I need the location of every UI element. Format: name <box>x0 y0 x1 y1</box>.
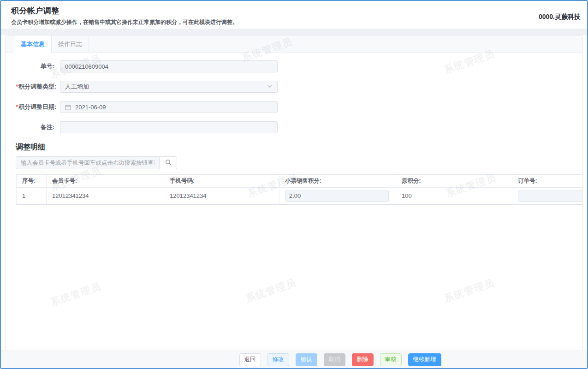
form-area: 单号: 0000210609004 *积分调整类型: 人工增加 *积分调整日期: <box>6 53 582 205</box>
cell-receipt-points <box>279 188 396 204</box>
field-label: 备注: <box>16 123 60 131</box>
detail-table: 序号: 会员卡号: 手机号码: 小票销售积分: 原积分: 订单号: 1 1201… <box>16 174 583 204</box>
field-label-text: 积分调整类型: <box>18 83 56 90</box>
delete-button[interactable]: 删除 <box>352 353 374 366</box>
cell-original-points: 100 <box>396 188 512 204</box>
page-header: 积分帐户调整 会员卡积分增加或减少操作，在销售中或其它操作未正常累加的积分，可在… <box>1 1 587 29</box>
tab-label: 操作日志 <box>58 40 82 48</box>
confirm-button[interactable]: 确认 <box>296 353 317 366</box>
cell-order-no <box>512 188 583 204</box>
table-header-row: 序号: 会员卡号: 手机号码: 小票销售积分: 原积分: 订单号: <box>17 175 583 188</box>
adjust-type-select[interactable]: 人工增加 <box>60 81 278 93</box>
form-row-order-no: 单号: 0000210609004 <box>16 60 582 72</box>
col-header-card-no: 会员卡号: <box>47 175 164 188</box>
continue-add-button[interactable]: 继续新增 <box>408 353 441 366</box>
cancel-button[interactable]: 取消 <box>324 353 345 366</box>
field-label-text: 单号: <box>41 63 54 70</box>
calendar-icon <box>65 104 71 110</box>
table-row: 1 12012341234 12012341234 100 <box>17 188 583 204</box>
required-mark: * <box>16 83 18 90</box>
section-title-adjust-detail: 调整明细 <box>16 143 582 152</box>
app-window: 系统管理员 系统管理员 系统管理员 系统管理员 系统管理员 系统管理员 系统管理… <box>0 0 588 369</box>
field-label: 单号: <box>16 62 60 71</box>
tab-bar: 基本信息 操作日志 <box>6 36 582 53</box>
form-row-adjust-type: *积分调整类型: 人工增加 <box>16 81 582 93</box>
chevron-down-icon <box>267 83 273 90</box>
form-row-adjust-date: *积分调整日期: 2021-06-09 <box>16 101 582 113</box>
page-subtitle: 会员卡积分增加或减少操作，在销售中或其它操作未正常累加的积分，可在此模块进行调整… <box>11 18 581 26</box>
field-label: *积分调整日期: <box>16 103 60 111</box>
member-search-input[interactable] <box>16 156 160 169</box>
back-button[interactable]: 返回 <box>239 353 261 366</box>
search-button[interactable] <box>160 156 177 169</box>
order-no-input: 0000210609004 <box>60 60 278 72</box>
col-header-seq: 序号: <box>17 175 47 188</box>
cell-card-no: 12012341234 <box>47 188 164 204</box>
cell-phone: 12012341234 <box>164 188 279 204</box>
audit-button[interactable]: 审核 <box>380 353 402 366</box>
form-row-remark: 备注: <box>16 121 582 133</box>
col-header-phone: 手机号码: <box>164 175 279 188</box>
tab-basic-info[interactable]: 基本信息 <box>14 36 52 53</box>
order-no-cell-input[interactable] <box>518 190 583 202</box>
page-title: 积分帐户调整 <box>11 6 581 16</box>
order-no-value: 0000210609004 <box>65 63 273 70</box>
tab-label: 基本信息 <box>21 40 45 48</box>
adjust-date-value: 2021-06-09 <box>75 104 273 111</box>
company-name: 0000.灵蕨科技 <box>539 13 581 21</box>
receipt-points-input[interactable] <box>285 190 389 202</box>
col-header-order-no: 订单号: <box>512 175 583 188</box>
adjust-type-value: 人工增加 <box>65 83 267 91</box>
col-header-receipt-points: 小票销售积分: <box>279 175 396 188</box>
header-divider-band <box>1 29 587 35</box>
detail-table-wrap: 序号: 会员卡号: 手机号码: 小票销售积分: 原积分: 订单号: 1 1201… <box>16 174 583 205</box>
member-search-group <box>16 156 177 169</box>
main-card: 基本信息 操作日志 单号: 0000210609004 *积分调整类型: 人工增… <box>5 35 583 351</box>
search-icon <box>165 159 172 167</box>
modify-button[interactable]: 修改 <box>267 353 289 366</box>
required-mark: * <box>16 103 18 110</box>
footer-action-bar: 返回 修改 确认 取消 删除 审核 继续新增 <box>1 351 587 368</box>
col-header-original-points: 原积分: <box>396 175 512 188</box>
tab-operation-log[interactable]: 操作日志 <box>52 36 89 53</box>
field-label-text: 积分调整日期: <box>18 103 56 110</box>
remark-input[interactable] <box>60 121 278 133</box>
cell-seq: 1 <box>17 188 47 204</box>
field-label: *积分调整类型: <box>16 83 60 91</box>
adjust-date-picker[interactable]: 2021-06-09 <box>60 101 278 113</box>
field-label-text: 备注: <box>41 124 54 131</box>
